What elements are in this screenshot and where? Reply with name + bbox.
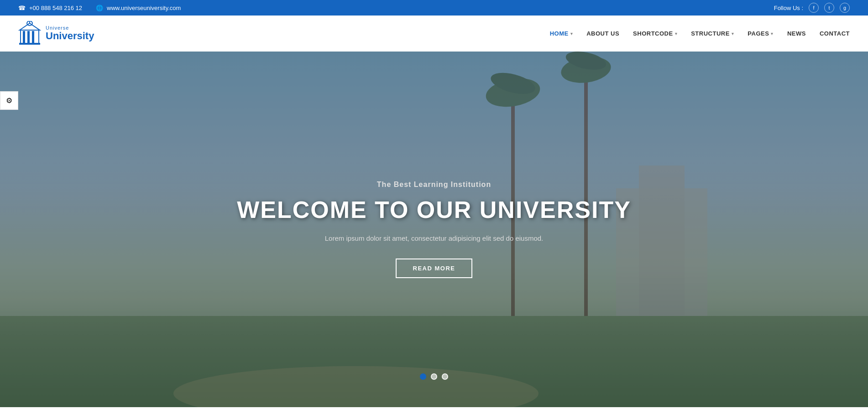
hero-section: The Best Learning Institution WELCOME TO… (0, 52, 868, 407)
globe-icon (96, 5, 103, 11)
top-bar: +00 888 548 216 12 www.universeuniversit… (0, 0, 868, 16)
website-contact: www.universeuniversity.com (96, 5, 181, 11)
logo-main-text: University (46, 31, 94, 41)
phone-number: +00 888 548 216 12 (29, 5, 82, 11)
nav-pages[interactable]: PAGES ▾ (748, 30, 774, 37)
nav-structure[interactable]: STRUCTURE ▾ (691, 30, 734, 37)
phone-contact: +00 888 548 216 12 (18, 5, 82, 11)
phone-icon (18, 5, 26, 11)
slide-dot-2[interactable] (431, 373, 437, 380)
hero-cta-button[interactable]: READ MORE (396, 259, 473, 278)
header: Universe University HOME ▾ ABOUT US SHOR… (0, 16, 868, 52)
hero-title: WELCOME TO OUR UNIVERSITY (9, 196, 859, 223)
nav-shortcode[interactable]: SHORTCODE ▾ (633, 30, 677, 37)
logo-text: Universe University (46, 25, 94, 41)
svg-marker-4 (20, 23, 40, 30)
structure-dropdown-arrow: ▾ (732, 31, 734, 36)
social-links: Follow Us : f t g (774, 3, 850, 13)
nav-home[interactable]: HOME ▾ (550, 30, 573, 37)
hero-content: The Best Learning Institution WELCOME TO… (0, 181, 868, 278)
home-dropdown-arrow: ▾ (570, 31, 573, 36)
facebook-link[interactable]: f (809, 3, 819, 13)
nav-news[interactable]: NEWS (787, 30, 806, 37)
google-link[interactable]: g (840, 3, 850, 13)
logo-icon (18, 21, 41, 46)
shortcode-dropdown-arrow: ▾ (675, 31, 678, 36)
slider-dots (420, 373, 448, 380)
twitter-link[interactable]: t (824, 3, 834, 13)
follow-label: Follow Us : (774, 5, 803, 11)
slide-dot-3[interactable] (442, 373, 448, 380)
main-nav: HOME ▾ ABOUT US SHORTCODE ▾ STRUCTURE ▾ … (550, 30, 850, 37)
slide-dot-1[interactable] (420, 373, 426, 380)
top-bar-contacts: +00 888 548 216 12 www.universeuniversit… (18, 5, 181, 11)
nav-contact[interactable]: CONTACT (820, 30, 850, 37)
hero-description: Lorem ipsum dolor sit amet, consectetur … (297, 234, 571, 242)
svg-rect-1 (23, 31, 25, 43)
svg-rect-7 (19, 43, 40, 45)
svg-rect-2 (27, 31, 30, 43)
pages-dropdown-arrow: ▾ (771, 31, 774, 36)
nav-about[interactable]: ABOUT US (586, 30, 619, 37)
gear-icon: ⚙ (6, 97, 12, 104)
svg-rect-3 (32, 31, 34, 43)
logo[interactable]: Universe University (18, 21, 94, 46)
hero-subtitle: The Best Learning Institution (9, 181, 859, 189)
website-url: www.universeuniversity.com (107, 5, 181, 11)
settings-button[interactable]: ⚙ (0, 91, 18, 110)
